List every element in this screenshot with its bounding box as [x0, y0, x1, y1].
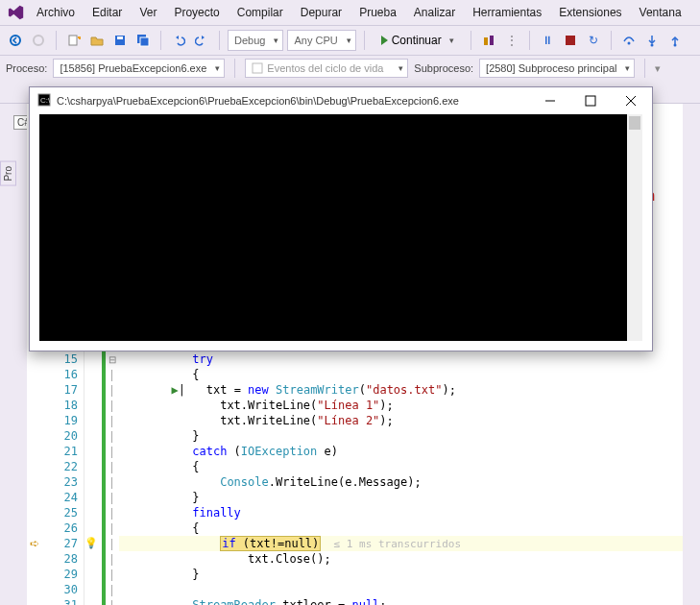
- debug-bar: Proceso: [15856] PruebaExcepcion6.exe Ev…: [0, 56, 700, 81]
- menu-prueba[interactable]: Prueba: [351, 3, 404, 22]
- debug-tool-b[interactable]: ⋮: [502, 31, 521, 50]
- open-button[interactable]: [87, 31, 107, 50]
- stop-button[interactable]: [561, 31, 580, 50]
- separator: [234, 59, 235, 78]
- separator: [219, 31, 220, 50]
- separator: [644, 59, 645, 78]
- vs-logo-icon: [6, 2, 27, 23]
- svg-rect-6: [140, 37, 149, 46]
- pause-button[interactable]: ⏸: [538, 31, 557, 50]
- close-button[interactable]: [614, 90, 648, 111]
- subproceso-dropdown[interactable]: [2580] Subproceso principal: [479, 59, 635, 78]
- subproceso-label: Subproceso:: [414, 62, 473, 74]
- right-scroll-strip[interactable]: [683, 104, 700, 605]
- console-scrollbar[interactable]: [627, 114, 642, 341]
- continue-button[interactable]: Continuar ▾: [373, 30, 463, 51]
- svg-rect-4: [117, 36, 123, 39]
- step-out-button[interactable]: [665, 31, 685, 50]
- lightbulb-icon[interactable]: 💡: [84, 537, 98, 548]
- lifecycle-label: Eventos del ciclo de vida: [267, 62, 383, 74]
- save-button[interactable]: [110, 31, 130, 50]
- menu-proyecto[interactable]: Proyecto: [166, 3, 227, 22]
- svg-point-1: [34, 36, 43, 45]
- separator: [56, 31, 57, 50]
- lifecycle-dropdown[interactable]: Eventos del ciclo de vida: [245, 59, 408, 78]
- platform-dropdown[interactable]: Any CPU: [287, 30, 355, 51]
- undo-button[interactable]: [169, 31, 188, 50]
- separator: [471, 31, 471, 50]
- redo-button[interactable]: [192, 31, 211, 50]
- stack-frame-icon[interactable]: ▾: [655, 62, 661, 75]
- debug-tool-a[interactable]: [479, 31, 498, 50]
- continue-label: Continuar: [392, 34, 442, 47]
- save-all-button[interactable]: [133, 31, 153, 50]
- svg-text:C:\: C:\: [40, 96, 51, 105]
- menu-archivo[interactable]: Archivo: [29, 3, 83, 22]
- svg-point-12: [673, 44, 676, 47]
- maximize-button[interactable]: [573, 90, 608, 111]
- new-file-button[interactable]: [64, 31, 84, 50]
- step-into-button[interactable]: [642, 31, 662, 50]
- menu-extensiones[interactable]: Extensiones: [551, 3, 629, 22]
- play-icon: [381, 36, 388, 45]
- console-app-icon: C:\: [37, 93, 51, 109]
- svg-rect-13: [253, 63, 262, 73]
- svg-rect-7: [484, 37, 488, 45]
- sidebar-tab[interactable]: Pro: [0, 161, 16, 186]
- console-surface[interactable]: [39, 114, 642, 341]
- proceso-label: Proceso:: [6, 62, 47, 74]
- chevron-down-icon: ▾: [449, 36, 454, 45]
- svg-rect-9: [566, 36, 575, 45]
- console-titlebar[interactable]: C:\ C:\csharpya\PruebaExcepcion6\PruebaE…: [30, 87, 652, 114]
- config-dropdown[interactable]: Debug: [228, 30, 283, 51]
- console-title: C:\csharpya\PruebaExcepcion6\PruebaExcep…: [57, 95, 527, 107]
- svg-rect-8: [490, 36, 494, 45]
- exec-pointer-icon: ▶: [172, 383, 179, 397]
- current-line-arrow-icon: ➪: [30, 537, 39, 550]
- svg-rect-17: [586, 96, 595, 106]
- svg-point-10: [627, 42, 630, 45]
- console-window: C:\ C:\csharpya\PruebaExcepcion6\PruebaE…: [29, 86, 653, 351]
- menu-ver[interactable]: Ver: [132, 3, 164, 22]
- proceso-dropdown[interactable]: [15856] PruebaExcepcion6.exe: [53, 59, 225, 78]
- forward-button[interactable]: [29, 31, 48, 50]
- menu-analizar[interactable]: Analizar: [406, 3, 463, 22]
- separator: [611, 31, 612, 50]
- step-over-button[interactable]: [619, 31, 639, 50]
- svg-point-0: [11, 36, 20, 45]
- svg-point-11: [650, 44, 653, 47]
- separator: [364, 31, 365, 50]
- menu-bar: Archivo Editar Ver Proyecto Compilar Dep…: [0, 0, 700, 25]
- scroll-thumb[interactable]: [629, 116, 640, 130]
- separator: [529, 31, 530, 50]
- menu-editar[interactable]: Editar: [84, 3, 130, 22]
- minimize-button[interactable]: [533, 90, 567, 111]
- separator: [160, 31, 161, 50]
- menu-compilar[interactable]: Compilar: [229, 3, 291, 22]
- svg-rect-2: [69, 36, 77, 45]
- restart-button[interactable]: ↻: [584, 31, 603, 50]
- menu-depurar[interactable]: Depurar: [293, 3, 350, 22]
- main-toolbar: Debug Any CPU Continuar ▾ ⋮ ⏸ ↻: [0, 25, 700, 56]
- menu-ventana[interactable]: Ventana: [632, 3, 689, 22]
- back-button[interactable]: [6, 31, 25, 50]
- menu-herramientas[interactable]: Herramientas: [465, 3, 549, 22]
